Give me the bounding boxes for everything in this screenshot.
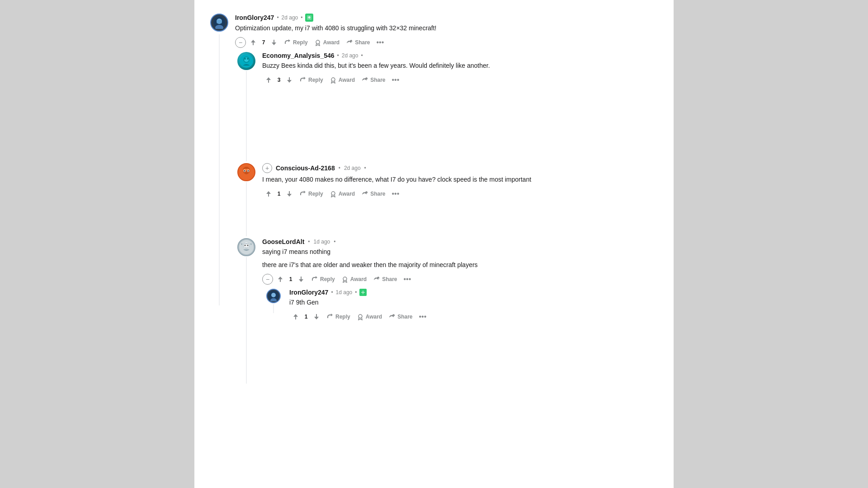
action-bar: 3 Reply [262,74,660,86]
upvote-icon [265,190,272,197]
comment-text: Optimization update, my i7 with 4080 is … [235,23,660,33]
vote-count: 3 [277,77,281,83]
share-icon [388,313,396,320]
reply-comment-2: + Conscious-Ad-2168 • 2d ago • I mean, y… [235,163,660,236]
vote-group: 1 [289,311,323,322]
svg-point-28 [271,293,276,297]
reply-button[interactable]: Reply [281,37,311,48]
comment-thread: IronGlory247 • 2d ago • Optimization upd… [208,9,660,390]
upvote-button[interactable] [289,311,302,322]
award-button[interactable]: Award [339,274,369,285]
award-icon [341,276,349,283]
downvote-icon [270,39,278,46]
reply-icon [311,276,318,283]
share-icon [346,39,353,46]
downvote-button[interactable] [310,311,323,322]
more-options-button[interactable]: ••• [374,37,387,48]
downvote-icon [297,276,305,283]
reply-icon [299,190,307,197]
svg-point-11 [244,58,246,60]
svg-point-12 [247,58,249,60]
downvote-icon [286,190,293,197]
username: IronGlory247 [289,289,328,296]
svg-rect-3 [217,20,222,23]
action-bar: − 7 [235,37,660,48]
reply-comment-1: Economy_Analysis_546 • 2d ago • Buzzy Be… [235,52,660,161]
share-button[interactable]: Share [386,311,415,322]
collapse-button[interactable]: − [235,37,246,48]
svg-point-26 [343,277,347,281]
timestamp: 2d ago [344,165,361,171]
award-button[interactable]: Award [327,75,358,85]
more-options-button[interactable]: ••• [401,273,414,285]
more-options-button[interactable]: ••• [389,74,402,86]
svg-point-25 [247,245,249,246]
share-icon [361,190,368,197]
reply-button[interactable]: Reply [308,274,338,285]
award-button[interactable]: Award [327,188,358,199]
svg-point-13 [331,78,335,81]
vote-group: 1 [274,274,307,285]
share-button[interactable]: Share [359,188,388,199]
vote-count: 1 [288,276,293,282]
comment-header: GooseLordAlt • 1d ago • [262,238,660,245]
share-button[interactable]: Share [370,274,400,285]
comment-header: + Conscious-Ad-2168 • 2d ago • [262,163,660,173]
comment-text: I mean, your 4080 makes no difference, w… [262,175,660,184]
share-icon [373,276,380,283]
avatar [237,52,255,70]
avatar [237,163,255,181]
award-button[interactable]: Award [311,37,342,48]
timestamp: 2d ago [282,14,298,21]
replies-container: Economy_Analysis_546 • 2d ago • Buzzy Be… [235,52,660,384]
svg-rect-31 [363,291,363,294]
award-button[interactable]: Award [354,311,385,322]
share-icon [361,76,368,84]
comment-header: IronGlory247 • 1d ago • [289,289,660,296]
downvote-button[interactable] [283,188,296,199]
reply-button[interactable]: Reply [297,188,326,199]
upvote-icon [292,313,299,320]
comment-text-1: saying i7 means nothing [262,247,660,257]
reply-icon [299,76,307,84]
reply-button[interactable]: Reply [297,75,326,85]
downvote-button[interactable] [295,274,307,285]
upvote-button[interactable] [262,75,275,85]
upvote-icon [277,276,284,283]
avatar [210,14,228,32]
comment-text-2: there are i7's that are older and weaker… [262,260,660,270]
upvote-button[interactable] [262,188,275,199]
more-options-button[interactable]: ••• [416,311,429,323]
reply-icon [284,39,291,46]
upvote-button[interactable] [274,274,287,285]
upvote-icon [250,39,257,46]
downvote-button[interactable] [268,37,280,48]
action-bar: 1 Reply [289,311,660,323]
more-options-button[interactable]: ••• [389,188,402,200]
expand-button[interactable]: + [262,163,272,173]
vote-count: 7 [261,39,266,46]
vote-group: 3 [262,75,296,85]
share-button[interactable]: Share [343,37,373,48]
vote-group: 7 [247,37,280,48]
svg-point-24 [245,245,246,246]
upvote-icon [265,76,272,84]
svg-point-20 [331,192,335,195]
reply-comment-3: GooseLordAlt • 1d ago • saying i7 means … [235,238,660,384]
award-icon [330,190,337,197]
share-button[interactable]: Share [359,75,388,85]
vote-count: 1 [304,314,308,320]
vote-group: 1 [262,188,296,199]
downvote-button[interactable] [283,75,296,85]
collapse-button[interactable]: − [262,274,273,285]
action-bar: − 1 [262,273,660,285]
award-icon [330,76,337,84]
vote-count: 1 [277,191,281,197]
timestamp: 1d ago [336,289,353,296]
downvote-icon [286,76,293,84]
award-icon [314,39,321,46]
user-badge [305,14,313,22]
upvote-button[interactable] [247,37,259,48]
reply-button[interactable]: Reply [324,311,353,322]
award-icon [357,313,364,320]
